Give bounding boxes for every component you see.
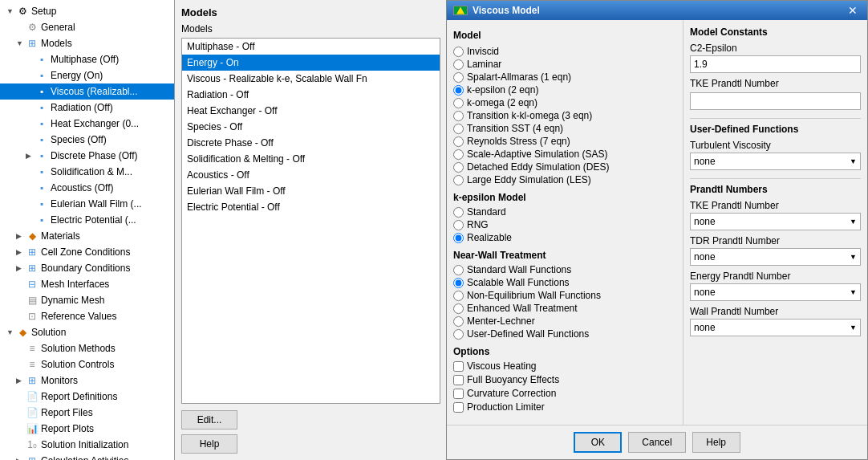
- radio-standard-ke[interactable]: Standard: [453, 206, 676, 218]
- checkbox-viscous-heating-input[interactable]: [453, 361, 464, 372]
- radio-realizable-input[interactable]: [453, 233, 464, 243]
- sidebar-item-models[interactable]: ▼ ⊞ Models: [0, 35, 174, 51]
- ok-button[interactable]: OK: [574, 432, 622, 453]
- sidebar-item-report-definitions[interactable]: 📄 Report Definitions: [0, 389, 174, 405]
- sidebar-item-report-plots[interactable]: 📊 Report Plots: [0, 421, 174, 437]
- checkbox-production-limiter[interactable]: Production Limiter: [453, 401, 676, 413]
- radio-reynolds-stress[interactable]: Reynolds Stress (7 eqn): [453, 136, 676, 147]
- sidebar-item-reference-values[interactable]: ⊡ Reference Values: [0, 308, 174, 324]
- radio-inviscid-input[interactable]: [453, 47, 464, 57]
- sidebar-item-heat-exchanger[interactable]: ▪ Heat Exchanger (0...: [0, 116, 174, 132]
- models-list-item-eulerian-wall-film[interactable]: Eulerian Wall Film - Off: [182, 183, 440, 199]
- sidebar-item-monitors[interactable]: ▶ ⊞ Monitors: [0, 372, 174, 389]
- expand-icon-models[interactable]: ▼: [16, 39, 26, 47]
- radio-scale-adaptive[interactable]: Scale-Adaptive Simulation (SAS): [453, 149, 676, 160]
- models-list-item-solidification[interactable]: Solidification & Melting - Off: [182, 151, 440, 167]
- sidebar-item-multiphase[interactable]: ▪ Multiphase (Off): [0, 51, 174, 67]
- radio-transition-sst-input[interactable]: [453, 124, 464, 134]
- sidebar-item-calc-activities[interactable]: ▶ ⊞ Calculation Activities: [0, 453, 174, 460]
- checkbox-production-input[interactable]: [453, 402, 464, 413]
- radio-std-wall-fn[interactable]: Standard Wall Functions: [453, 264, 676, 275]
- radio-k-omega-input[interactable]: [453, 98, 464, 108]
- sidebar-item-solution[interactable]: ▼ ◆ Solution: [0, 324, 174, 340]
- sidebar-item-mesh-interfaces[interactable]: ⊟ Mesh Interfaces: [0, 276, 174, 292]
- sidebar-item-dynamic-mesh[interactable]: ▤ Dynamic Mesh: [0, 292, 174, 308]
- radio-scalable-wall-input[interactable]: [453, 278, 464, 288]
- radio-large-eddy[interactable]: Large Eddy Simulation (LES): [453, 174, 676, 185]
- radio-user-wall-input[interactable]: [453, 329, 464, 340]
- radio-user-defined-wall-fn[interactable]: User-Defined Wall Functions: [453, 328, 676, 340]
- sidebar-item-solidification[interactable]: ▪ Solidification & M...: [0, 164, 174, 180]
- models-help-button[interactable]: Help: [181, 434, 237, 454]
- sidebar-item-sol-initialization[interactable]: 1₀ Solution Initialization: [0, 437, 174, 453]
- sidebar-item-general[interactable]: ⚙ General: [0, 19, 174, 35]
- sidebar-item-viscous[interactable]: ▪ Viscous (Realizabl...: [0, 83, 174, 100]
- models-list-item-radiation[interactable]: Radiation - Off: [182, 87, 440, 103]
- radio-rng-input[interactable]: [453, 220, 464, 230]
- tke-prandtl-input[interactable]: [690, 92, 861, 110]
- radio-reynolds-input[interactable]: [453, 136, 464, 147]
- checkbox-full-buoyancy[interactable]: Full Buoyancy Effects: [453, 374, 676, 385]
- sidebar-item-materials[interactable]: ▶ ◆ Materials: [0, 228, 174, 244]
- edit-button[interactable]: Edit...: [181, 410, 237, 429]
- sidebar-item-eulerian-wall[interactable]: ▪ Eulerian Wall Film (...: [0, 196, 174, 212]
- models-list-item-acoustics[interactable]: Acoustics - Off: [182, 167, 440, 183]
- checkbox-full-buoyancy-input[interactable]: [453, 375, 464, 385]
- radio-std-wall-input[interactable]: [453, 265, 464, 275]
- models-list-item-multiphase[interactable]: Multiphase - Off: [182, 39, 440, 55]
- radio-menter-lechner[interactable]: Menter-Lechner: [453, 315, 676, 327]
- models-list-item-electric-potential[interactable]: Electric Potential - Off: [182, 199, 440, 215]
- radio-les-input[interactable]: [453, 175, 464, 185]
- sidebar-item-setup[interactable]: ▼ ⚙ Setup: [0, 3, 174, 19]
- sidebar-item-discrete-phase[interactable]: ▶ ▪ Discrete Phase (Off): [0, 148, 174, 164]
- checkbox-viscous-heating[interactable]: Viscous Heating: [453, 360, 676, 372]
- radio-scalable-wall-fn[interactable]: Scalable Wall Functions: [453, 277, 676, 288]
- energy-prandtl-dropdown[interactable]: none ▼: [690, 283, 861, 301]
- radio-detached-eddy[interactable]: Detached Eddy Simulation (DES): [453, 161, 676, 173]
- dialog-help-button[interactable]: Help: [692, 432, 740, 453]
- sidebar-item-radiation[interactable]: ▪ Radiation (Off): [0, 100, 174, 116]
- radio-spalart-allmaras[interactable]: Spalart-Allmaras (1 eqn): [453, 71, 676, 83]
- checkbox-curvature-input[interactable]: [453, 389, 464, 399]
- sidebar-item-energy[interactable]: ▪ Energy (On): [0, 67, 174, 83]
- sidebar-item-cell-zone[interactable]: ▶ ⊞ Cell Zone Conditions: [0, 244, 174, 260]
- radio-non-eq-wall-fn[interactable]: Non-Equilibrium Wall Functions: [453, 290, 676, 301]
- models-list-item-heat-exchanger[interactable]: Heat Exchanger - Off: [182, 103, 440, 119]
- radio-rng[interactable]: RNG: [453, 219, 676, 230]
- sidebar-item-acoustics[interactable]: ▪ Acoustics (Off): [0, 180, 174, 196]
- radio-k-epsilon[interactable]: k-epsilon (2 eqn): [453, 84, 676, 96]
- radio-enhanced-input[interactable]: [453, 303, 464, 314]
- radio-k-epsilon-input[interactable]: [453, 85, 464, 96]
- radio-non-eq-input[interactable]: [453, 291, 464, 301]
- radio-transition-k-kl-omega[interactable]: Transition k-kl-omega (3 eqn): [453, 110, 676, 121]
- radio-transition-sst[interactable]: Transition SST (4 eqn): [453, 123, 676, 134]
- c2-epsilon-input[interactable]: [690, 55, 861, 73]
- radio-standard-ke-input[interactable]: [453, 207, 464, 218]
- sidebar-item-boundary[interactable]: ▶ ⊞ Boundary Conditions: [0, 260, 174, 276]
- radio-laminar-input[interactable]: [453, 59, 464, 70]
- radio-des-input[interactable]: [453, 162, 464, 173]
- expand-icon-setup[interactable]: ▼: [6, 7, 16, 15]
- tdr-prandtl-dropdown[interactable]: none ▼: [690, 248, 861, 266]
- wall-prandtl-dropdown[interactable]: none ▼: [690, 319, 861, 336]
- radio-spalart-input[interactable]: [453, 72, 464, 83]
- radio-k-omega[interactable]: k-omega (2 eqn): [453, 97, 676, 108]
- radio-inviscid[interactable]: Inviscid: [453, 46, 676, 57]
- radio-enhanced-wall[interactable]: Enhanced Wall Treatment: [453, 303, 676, 314]
- models-list-item-viscous[interactable]: Viscous - Realizable k-e, Scalable Wall …: [182, 71, 440, 87]
- sidebar-item-species[interactable]: ▪ Species (Off): [0, 132, 174, 148]
- models-list-item-discrete-phase[interactable]: Discrete Phase - Off: [182, 135, 440, 151]
- tke-prandtl-fn-dropdown[interactable]: none ▼: [690, 213, 861, 230]
- radio-transition-kkl-input[interactable]: [453, 111, 464, 121]
- models-list-item-energy[interactable]: Energy - On: [182, 55, 440, 71]
- radio-laminar[interactable]: Laminar: [453, 59, 676, 70]
- sidebar-item-solution-controls[interactable]: ≡ Solution Controls: [0, 356, 174, 372]
- sidebar-item-solution-methods[interactable]: ≡ Solution Methods: [0, 340, 174, 356]
- checkbox-curvature-correction[interactable]: Curvature Correction: [453, 388, 676, 399]
- radio-sas-input[interactable]: [453, 149, 464, 160]
- models-list-item-species[interactable]: Species - Off: [182, 119, 440, 135]
- cancel-button[interactable]: Cancel: [628, 432, 685, 453]
- close-button[interactable]: ✕: [845, 4, 861, 17]
- radio-menter-input[interactable]: [453, 316, 464, 327]
- turbulent-viscosity-dropdown[interactable]: none ▼: [690, 153, 861, 170]
